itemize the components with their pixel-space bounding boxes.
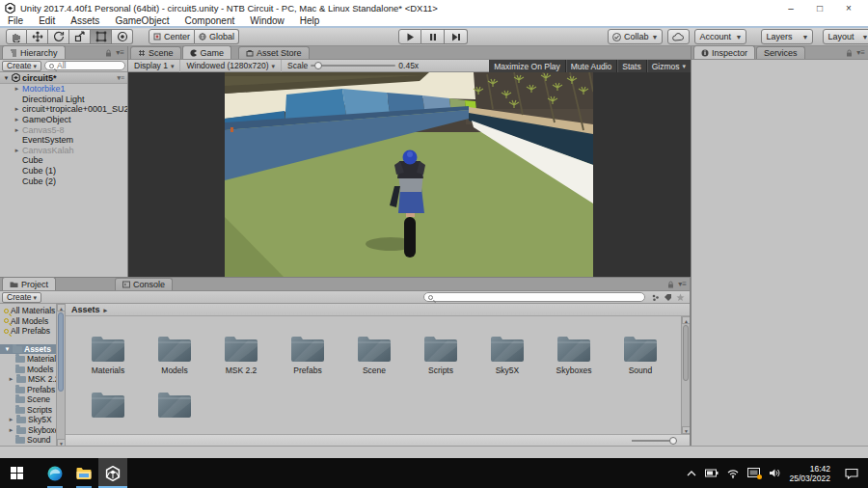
tree-item[interactable]: Models (0, 365, 65, 375)
menu-file[interactable]: File (0, 15, 31, 26)
hierarchy-item[interactable]: Directional Light (0, 95, 127, 105)
tray-chevron-icon[interactable] (687, 470, 696, 477)
expander-icon[interactable]: ▼ (3, 75, 10, 81)
tree-item[interactable]: Materials (0, 354, 65, 365)
tab-project[interactable]: Project (2, 277, 56, 290)
account-dropdown[interactable]: Account▼ (694, 29, 746, 44)
pivot-toggle-button[interactable]: Center (149, 29, 195, 44)
expander-icon[interactable]: ► (8, 376, 14, 382)
breadcrumb[interactable]: Assets▸ (66, 304, 690, 316)
space-toggle-button[interactable]: Global (195, 29, 239, 44)
expander-icon[interactable]: ► (14, 117, 20, 122)
asset-folder[interactable] (79, 389, 137, 419)
move-tool-button[interactable] (27, 29, 48, 44)
hand-tool-button[interactable] (6, 29, 27, 44)
expander-icon[interactable]: ► (14, 106, 20, 112)
scale-slider[interactable] (311, 65, 395, 67)
display-dropdown[interactable]: Display 1▾ (128, 60, 180, 72)
rect-tool-button[interactable] (91, 29, 112, 44)
stats-toggle[interactable]: Stats (616, 60, 645, 72)
lock-icon[interactable] (667, 281, 674, 288)
unity-app-button[interactable] (98, 458, 127, 488)
tab-services[interactable]: Services (756, 46, 805, 59)
gizmos-dropdown[interactable]: Gizmos▾ (646, 60, 691, 72)
asset-folder[interactable]: MSK 2.2 (212, 333, 270, 375)
asset-folder[interactable]: Sky5X (478, 333, 536, 375)
tree-item[interactable]: Scene (0, 394, 65, 405)
hierarchy-create-button[interactable]: Create▾ (2, 61, 41, 71)
scrollbar-thumb[interactable] (683, 325, 689, 381)
layout-dropdown[interactable]: Layout▼ (823, 29, 868, 44)
play-button[interactable] (398, 29, 421, 44)
lock-icon[interactable] (846, 49, 853, 57)
scene-row[interactable]: ▼ circuit5* ▾≡ (0, 72, 127, 84)
hierarchy-item[interactable]: ►GameObject (0, 115, 127, 125)
tree-item[interactable]: Scripts (0, 405, 65, 416)
favorite-item[interactable]: All Models (0, 316, 65, 327)
asset-grid[interactable]: Materials Models MSK 2.2 Prefabs Scene S… (66, 316, 690, 434)
scene-options-icon[interactable]: ▾≡ (117, 74, 124, 82)
hierarchy-item[interactable]: ►circuit+tropicale+0001_SU20 (0, 104, 127, 115)
panel-menu-icon[interactable]: ▾≡ (116, 48, 124, 57)
asset-folder[interactable]: Scripts (412, 333, 470, 375)
menu-gameobject[interactable]: GameObject (107, 15, 176, 26)
tab-game[interactable]: Game (182, 45, 232, 59)
tree-item[interactable]: Prefabs (0, 385, 65, 395)
cloud-button[interactable] (667, 29, 690, 44)
expander-icon[interactable]: ► (14, 127, 20, 133)
hierarchy-item[interactable]: Cube (2) (0, 176, 127, 186)
hierarchy-item[interactable]: EventSystem (0, 135, 127, 146)
project-create-button[interactable]: Create▾ (2, 292, 41, 303)
star-icon[interactable] (676, 293, 685, 302)
tree-scrollbar[interactable]: ▲ ▼ (56, 304, 65, 447)
screen-share-tray-icon[interactable] (747, 468, 760, 478)
tab-scene[interactable]: Scene (130, 46, 181, 59)
favorite-item[interactable]: All Materials (0, 306, 65, 316)
panel-menu-icon[interactable]: ▾≡ (678, 280, 687, 288)
asset-folder[interactable]: Materials (79, 333, 137, 375)
tab-console[interactable]: Console (115, 278, 173, 290)
hierarchy-item[interactable]: ►Motorbike1 (0, 84, 127, 95)
asset-folder[interactable]: Scene (345, 333, 403, 375)
hierarchy-search-input[interactable]: All (44, 61, 125, 70)
tab-asset-store[interactable]: Asset Store (238, 46, 310, 59)
transform-tool-button[interactable] (112, 29, 133, 44)
action-center-icon[interactable] (845, 468, 858, 479)
minimize-button[interactable]: – (776, 0, 805, 15)
expander-icon[interactable]: ► (8, 417, 14, 422)
scrollbar-thumb[interactable] (58, 312, 64, 392)
tree-item[interactable]: ►MSK 2.2 (0, 374, 65, 385)
tree-item[interactable]: Sound (0, 435, 65, 446)
tree-item-assets[interactable]: ▼Assets (0, 344, 65, 355)
lock-icon[interactable] (105, 49, 112, 57)
edge-app-button[interactable] (41, 458, 69, 488)
asset-folder[interactable] (146, 389, 203, 419)
tree-item[interactable]: ►Skyboxes (0, 425, 65, 436)
speaker-icon[interactable] (769, 468, 780, 478)
scale-tool-button[interactable] (69, 29, 91, 44)
scroll-up-icon[interactable]: ▲ (682, 316, 690, 324)
scroll-down-icon[interactable]: ▼ (682, 426, 690, 434)
scroll-up-icon[interactable]: ▲ (57, 304, 66, 312)
search-by-type-icon[interactable] (651, 293, 660, 302)
scale-slider-knob[interactable] (314, 62, 322, 69)
icon-size-knob[interactable] (669, 437, 677, 445)
asset-folder[interactable]: Skyboxes (545, 333, 603, 375)
maximize-on-play-toggle[interactable]: Maximize On Play (489, 60, 565, 72)
menu-assets[interactable]: Assets (63, 15, 107, 26)
asset-folder[interactable]: Prefabs (279, 333, 337, 375)
tab-hierarchy[interactable]: Hierarchy (2, 45, 66, 59)
menu-help[interactable]: Help (292, 15, 328, 26)
menu-window[interactable]: Window (242, 15, 292, 26)
close-button[interactable]: × (834, 0, 863, 15)
expander-icon[interactable]: ▼ (4, 346, 11, 352)
maximize-button[interactable]: □ (805, 0, 834, 15)
layers-dropdown[interactable]: Layers▼ (761, 29, 813, 44)
grid-scrollbar[interactable]: ▲ ▼ (681, 316, 690, 434)
tree-item[interactable]: ►Sky5X (0, 415, 65, 425)
battery-icon[interactable] (705, 469, 719, 477)
step-button[interactable] (445, 29, 468, 44)
hierarchy-item[interactable]: Cube (1) (0, 166, 127, 176)
expander-icon[interactable]: ► (14, 86, 20, 92)
collab-button[interactable]: Collab▼ (608, 29, 663, 44)
